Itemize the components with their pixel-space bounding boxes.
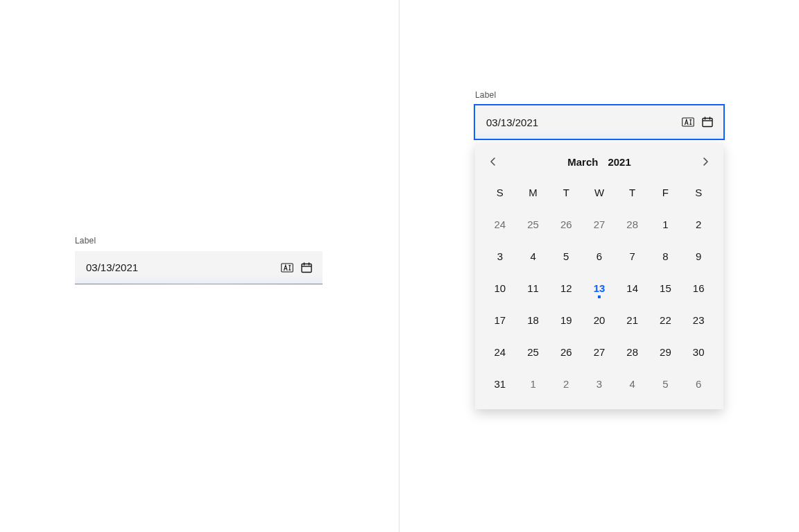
weekday-label: W bbox=[583, 176, 616, 208]
calendar-day[interactable]: 4 bbox=[517, 240, 550, 272]
calendar-day[interactable]: 18 bbox=[517, 304, 550, 336]
calendar-day[interactable]: 9 bbox=[682, 240, 715, 272]
calendar-day[interactable]: 14 bbox=[616, 272, 649, 304]
calendar-popover: March 2021 SMTWTFS2425262728123456789101… bbox=[475, 143, 723, 409]
weekday-label: M bbox=[517, 176, 550, 208]
calendar-day[interactable]: 25 bbox=[517, 208, 550, 240]
calendar-day[interactable]: 22 bbox=[649, 304, 682, 336]
calendar-day[interactable]: 19 bbox=[549, 304, 583, 336]
calendar-day[interactable]: 1 bbox=[649, 208, 682, 240]
calendar-day[interactable]: 16 bbox=[682, 272, 715, 304]
weekday-label: T bbox=[549, 176, 583, 208]
next-month-button[interactable] bbox=[696, 152, 715, 171]
calendar-day[interactable]: 20 bbox=[583, 304, 616, 336]
calendar-day[interactable]: 3 bbox=[583, 368, 616, 400]
prev-month-button[interactable] bbox=[483, 152, 503, 171]
date-picker-open: Label 03/13/2021 March 2021 SMTWTFS24252 bbox=[475, 90, 723, 409]
calendar-day[interactable]: 5 bbox=[649, 368, 682, 400]
date-value: 03/13/2021 bbox=[86, 261, 281, 273]
calendar-day[interactable]: 25 bbox=[517, 336, 550, 368]
calendar-day[interactable]: 26 bbox=[549, 208, 583, 240]
svg-rect-11 bbox=[689, 124, 691, 125]
date-label: Label bbox=[475, 90, 723, 100]
calendar-day[interactable]: 11 bbox=[517, 272, 550, 304]
ai-icon[interactable] bbox=[281, 261, 293, 274]
calendar-day[interactable]: 29 bbox=[649, 336, 682, 368]
input-actions bbox=[682, 116, 714, 128]
calendar-day[interactable]: 3 bbox=[483, 240, 517, 272]
weekday-label: F bbox=[649, 176, 682, 208]
calendar-day[interactable]: 4 bbox=[616, 368, 649, 400]
month-year-label[interactable]: March 2021 bbox=[567, 156, 631, 168]
calendar-day[interactable]: 6 bbox=[583, 240, 616, 272]
weekday-label: T bbox=[616, 176, 649, 208]
calendar-day[interactable]: 23 bbox=[682, 304, 715, 336]
calendar-header: March 2021 bbox=[482, 147, 716, 176]
date-value: 03/13/2021 bbox=[486, 117, 682, 128]
calendar-icon[interactable] bbox=[300, 261, 313, 274]
calendar-day[interactable]: 7 bbox=[616, 240, 649, 272]
calendar-day[interactable]: 24 bbox=[483, 208, 517, 240]
calendar-day[interactable]: 27 bbox=[583, 208, 616, 240]
weekday-label: S bbox=[682, 176, 715, 208]
calendar-day[interactable]: 31 bbox=[483, 368, 517, 400]
calendar-day[interactable]: 28 bbox=[616, 208, 649, 240]
input-actions bbox=[281, 261, 313, 274]
calendar-icon[interactable] bbox=[701, 116, 714, 128]
svg-rect-3 bbox=[289, 269, 291, 270]
calendar-day[interactable]: 6 bbox=[682, 368, 715, 400]
month-label: March bbox=[567, 156, 598, 168]
date-label: Label bbox=[75, 236, 323, 246]
calendar-day[interactable]: 17 bbox=[483, 304, 517, 336]
calendar-day[interactable]: 8 bbox=[649, 240, 682, 272]
calendar-day[interactable]: 24 bbox=[483, 336, 517, 368]
calendar-day[interactable]: 27 bbox=[583, 336, 616, 368]
svg-rect-4 bbox=[302, 264, 311, 272]
calendar-day[interactable]: 26 bbox=[549, 336, 583, 368]
calendar-day[interactable]: 2 bbox=[549, 368, 583, 400]
svg-rect-10 bbox=[690, 119, 691, 125]
calendar-day[interactable]: 5 bbox=[549, 240, 583, 272]
ai-icon[interactable] bbox=[682, 116, 694, 128]
calendar-day[interactable]: 12 bbox=[549, 272, 583, 304]
date-input-open[interactable]: 03/13/2021 bbox=[475, 105, 723, 139]
year-label: 2021 bbox=[608, 156, 630, 168]
calendar-day[interactable]: 13 bbox=[583, 272, 616, 304]
svg-rect-2 bbox=[289, 265, 290, 271]
calendar-day[interactable]: 21 bbox=[616, 304, 649, 336]
calendar-day[interactable]: 15 bbox=[649, 272, 682, 304]
svg-rect-12 bbox=[703, 119, 712, 127]
weekday-label: S bbox=[483, 176, 517, 208]
calendar-day[interactable]: 28 bbox=[616, 336, 649, 368]
calendar-day[interactable]: 30 bbox=[682, 336, 715, 368]
calendar-day[interactable]: 10 bbox=[483, 272, 517, 304]
calendar-day[interactable]: 1 bbox=[517, 368, 550, 400]
calendar-grid: SMTWTFS242526272812345678910111213141516… bbox=[482, 176, 716, 400]
date-picker-enabled: Label 03/13/2021 bbox=[75, 236, 323, 284]
panel-divider bbox=[399, 0, 400, 532]
calendar-day[interactable]: 2 bbox=[682, 208, 715, 240]
date-input-enabled[interactable]: 03/13/2021 bbox=[75, 251, 323, 284]
